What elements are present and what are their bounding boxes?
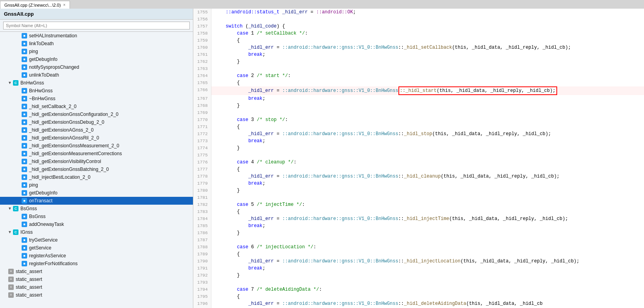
code-line-row: 1761 break; (193, 51, 644, 58)
method-icon: ■ (21, 48, 28, 55)
tree-item-_hidl_getExtensionAGnss_2_0[interactable]: ■_hidl_getExtensionAGnss_2_0 (0, 126, 193, 134)
code-content: } (211, 187, 644, 194)
collapse-icon[interactable]: ▼ (7, 229, 13, 236)
tree-item-label: static_assert (16, 276, 42, 283)
line-number: 1772 (193, 130, 211, 138)
code-content: break; (211, 95, 644, 102)
code-content: case 3 /* stop */: (211, 116, 644, 123)
tree-item-_hidl_getExtensionMeasurementCorrections[interactable]: ■_hidl_getExtensionMeasurementCorrection… (0, 150, 193, 158)
line-number: 1755 (193, 9, 211, 16)
file-tab[interactable]: GnssAll.cpp (Z:\newcc\...\2.0) × (0, 1, 70, 9)
tree-item-dBnHwGnss[interactable]: ■~BnHwGnss (0, 95, 193, 103)
method-icon: ■ (21, 143, 28, 149)
code-line-row: 1770 case 3 /* stop */: (193, 116, 644, 123)
tree-item-_hidl_setCallback_2_0[interactable]: ■_hidl_setCallback_2_0 (0, 103, 193, 110)
line-number: 1778 (193, 173, 211, 180)
class-icon: C (13, 229, 19, 235)
tree-item-label: BsGnss (20, 205, 37, 212)
code-editor[interactable]: 1755 ::android::status_t _hidl_err = ::a… (193, 9, 644, 308)
code-line-row: 1780 } (193, 187, 644, 194)
line-number: 1786 (193, 229, 211, 236)
tree-item-_hidl_getExtensionAGnssRil_2_0[interactable]: ■_hidl_getExtensionAGnssRil_2_0 (0, 134, 193, 142)
tree-item-label: _hidl_getExtensionGnssDebug_2_0 (29, 119, 104, 126)
code-content: { (211, 208, 644, 215)
code-line-row: 1765 { (193, 79, 644, 86)
method-icon: ■ (21, 72, 28, 78)
tab-label: GnssAll.cpp (Z:\newcc\...\2.0) (4, 3, 61, 7)
tree-item-_hidl_getExtensionGnssBatching_2_0[interactable]: ■_hidl_getExtensionGnssBatching_2_0 (0, 165, 193, 173)
tree-item-ping[interactable]: ■ping (0, 48, 193, 55)
left-panel: GnssAll.cpp ■setHALInstrumentation ■link… (0, 9, 193, 308)
line-number: 1792 (193, 272, 211, 279)
tree-item-label: getService (29, 244, 51, 251)
tree-item-static_assert2[interactable]: ≡static_assert (0, 275, 193, 283)
tree-item-label: getDebugInfo (29, 56, 57, 63)
tree-item-label: ping (29, 48, 38, 55)
tree-item-getService[interactable]: ■getService (0, 244, 193, 252)
tree-item-static_assert1[interactable]: ≡static_assert (0, 268, 193, 275)
code-line-row: 1794 case 7 /* deleteAidingData */: (193, 286, 644, 293)
tab-bar: GnssAll.cpp (Z:\newcc\...\2.0) × (0, 0, 644, 9)
tree-item-label: _hidl_getExtensionGnssMeasurement_2_0 (29, 142, 119, 149)
tree-item-getDebugInfo2[interactable]: ■getDebugInfo (0, 189, 193, 197)
code-line-row: 1772 _hidl_err = ::android::hardware::gn… (193, 130, 644, 138)
code-line-row: 1769 (193, 109, 644, 116)
line-number: 1758 (193, 30, 211, 37)
code-content: break; (211, 180, 644, 187)
line-number: 1775 (193, 152, 211, 159)
code-line-row: 1788 case 6 /* injectLocation */: (193, 244, 644, 251)
tree-item-_hidl_getExtensionGnssConfiguration_2_0[interactable]: ■_hidl_getExtensionGnssConfiguration_2_0 (0, 110, 193, 118)
tree-item-ping2[interactable]: ■ping (0, 181, 193, 189)
tree-item-getDebugInfo[interactable]: ■getDebugInfo (0, 55, 193, 63)
method-icon: ■ (21, 150, 28, 157)
file-title: GnssAll.cpp (0, 9, 193, 20)
tree-item-BnHwGnss-class[interactable]: ▼CBnHwGnss (0, 79, 193, 87)
code-content: case 4 /* cleanup */: (211, 159, 644, 166)
code-line-row: 1784 _hidl_err = ::android::hardware::gn… (193, 215, 644, 222)
code-content: } (211, 272, 644, 279)
code-content: } (211, 102, 644, 109)
tree-item-onTransact[interactable]: ■onTransact (0, 197, 193, 205)
tree-item-addOnewayTask[interactable]: ■addOnewayTask (0, 220, 193, 228)
line-number: 1759 (193, 37, 211, 44)
tree-item-static_assert3[interactable]: ≡static_assert (0, 283, 193, 291)
method-icon: ■ (21, 198, 28, 204)
tree-item-static_assert4[interactable]: ≡static_assert (0, 291, 193, 299)
symbol-search-input[interactable] (3, 22, 190, 29)
code-line-row: 1791 break; (193, 265, 644, 272)
method-icon: ■ (21, 221, 28, 227)
line-number: 1781 (193, 194, 211, 201)
tree-item-_hidl_getExtensionGnssDebug_2_0[interactable]: ■_hidl_getExtensionGnssDebug_2_0 (0, 118, 193, 126)
tree-item-BnHwGnss[interactable]: ■BnHwGnss (0, 87, 193, 95)
tree-item-_hidl_injectBestLocation_2_0[interactable]: ■_hidl_injectBestLocation_2_0 (0, 173, 193, 181)
method-icon: ■ (21, 158, 28, 165)
code-content (211, 65, 644, 72)
collapse-icon[interactable]: ▼ (7, 205, 13, 212)
tree-item-label: BnHwGnss (20, 79, 44, 86)
tab-close-button[interactable]: × (63, 3, 66, 7)
tree-item-setHALInstrumentation[interactable]: ■setHALInstrumentation (0, 32, 193, 40)
code-line-row: 1776 case 4 /* cleanup */: (193, 159, 644, 166)
tree-item-IGnss-class[interactable]: ▼CIGnss (0, 228, 193, 236)
tree-item-unlinkToDeath[interactable]: ■unlinkToDeath (0, 71, 193, 79)
method-icon: ■ (21, 119, 28, 125)
code-content: switch (_hidl_code) { (211, 23, 644, 30)
tree-item-label: unlinkToDeath (29, 72, 59, 79)
tree-item-registerAsService[interactable]: ■registerAsService (0, 252, 193, 260)
tree-item-registerForNotifications[interactable]: ■registerForNotifications (0, 260, 193, 268)
tree-item-BsGnss-class[interactable]: ▼CBsGnss (0, 205, 193, 213)
code-line-row: 1768 } (193, 102, 644, 109)
method-icon: ■ (21, 111, 28, 117)
code-content: break; (211, 138, 644, 145)
tree-item-notifySyspropsChanged[interactable]: ■notifySyspropsChanged (0, 63, 193, 71)
class-icon: C (13, 80, 19, 86)
collapse-icon[interactable]: ▼ (7, 79, 13, 86)
tree-item-BsGnss[interactable]: ■BsGnss (0, 213, 193, 220)
line-number: 1776 (193, 159, 211, 166)
tree-item-linkToDeath[interactable]: ■linkToDeath (0, 40, 193, 48)
tree-item-label: BnHwGnss (29, 87, 53, 94)
tree-item-_hidl_getExtensionVisibilityControl[interactable]: ■_hidl_getExtensionVisibilityControl (0, 158, 193, 165)
tree-item-_hidl_getExtensionGnssMeasurement_2_0[interactable]: ■_hidl_getExtensionGnssMeasurement_2_0 (0, 142, 193, 150)
code-content (211, 109, 644, 116)
tree-item-tryGetService[interactable]: ■tryGetService (0, 236, 193, 244)
